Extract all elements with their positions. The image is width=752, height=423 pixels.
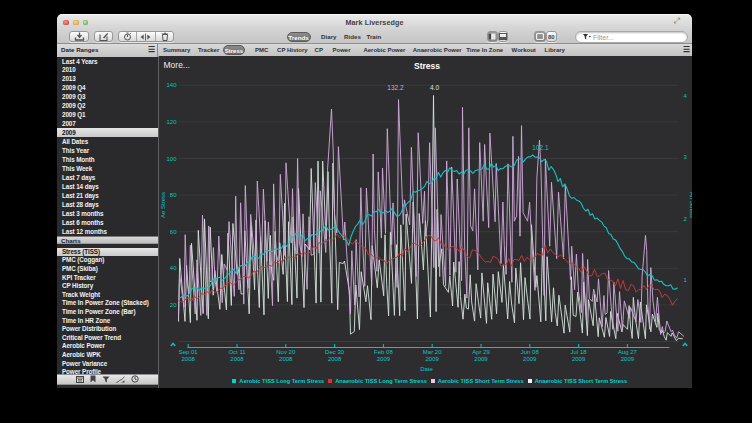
svg-text:2009: 2009 — [620, 356, 634, 362]
svg-text:Jun 08: Jun 08 — [520, 349, 539, 355]
svg-text:Date: Date — [420, 366, 433, 372]
svg-text:40: 40 — [169, 265, 176, 271]
svg-text:102.1: 102.1 — [532, 144, 549, 151]
svg-text:60: 60 — [169, 229, 176, 235]
svg-text:4.0: 4.0 — [429, 84, 438, 91]
svg-text:Apr 29: Apr 29 — [472, 349, 490, 355]
svg-text:Aug 27: Aug 27 — [617, 349, 637, 355]
svg-text:2009: 2009 — [425, 356, 439, 362]
svg-text:2009: 2009 — [523, 356, 537, 362]
svg-text:2008: 2008 — [279, 356, 293, 362]
svg-text:Mar 20: Mar 20 — [422, 349, 441, 355]
svg-text:132.2: 132.2 — [387, 84, 404, 91]
svg-text:2008: 2008 — [230, 356, 244, 362]
svg-text:20: 20 — [169, 302, 176, 308]
svg-text:100: 100 — [166, 156, 177, 162]
svg-text:2008: 2008 — [181, 356, 195, 362]
svg-text:Feb 08: Feb 08 — [374, 349, 393, 355]
svg-text:2009: 2009 — [571, 356, 585, 362]
svg-text:2: 2 — [683, 216, 687, 222]
svg-text:Dec 30: Dec 30 — [325, 349, 345, 355]
svg-text:2009: 2009 — [474, 356, 488, 362]
svg-text:Jul 18: Jul 18 — [570, 349, 587, 355]
svg-text:Nov 20: Nov 20 — [276, 349, 296, 355]
svg-text:3: 3 — [683, 154, 687, 160]
svg-text:2009: 2009 — [376, 356, 390, 362]
svg-text:An Stress: An Stress — [689, 192, 693, 218]
svg-text:Oct 11: Oct 11 — [228, 349, 246, 355]
svg-text:Ae Stress: Ae Stress — [160, 192, 166, 218]
svg-text:140: 140 — [166, 82, 177, 88]
svg-text:80: 80 — [169, 192, 176, 198]
svg-text:1: 1 — [683, 277, 687, 283]
svg-text:4: 4 — [683, 93, 687, 99]
svg-text:2008: 2008 — [327, 356, 341, 362]
svg-text:120: 120 — [166, 119, 177, 125]
svg-text:Sep 01: Sep 01 — [178, 349, 198, 355]
